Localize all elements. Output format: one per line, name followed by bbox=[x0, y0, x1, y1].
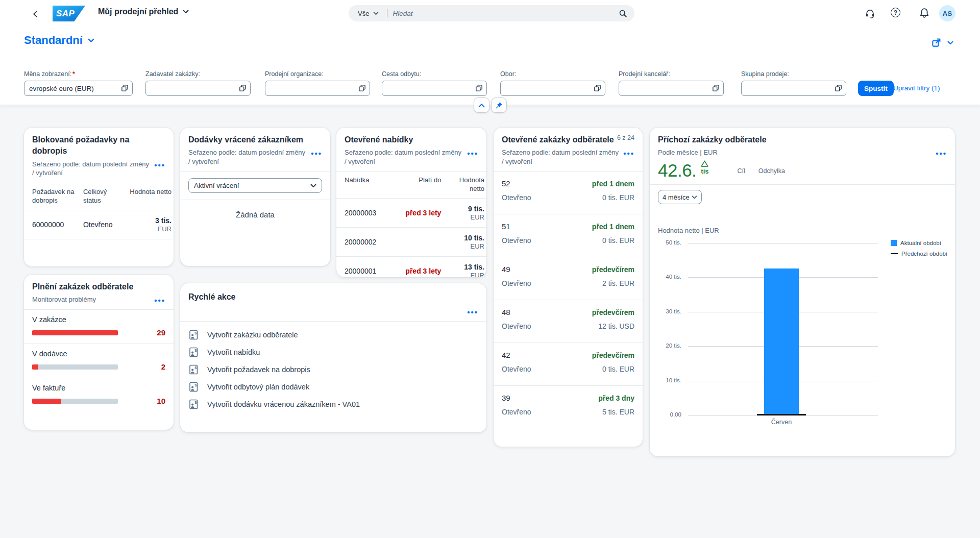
sales-order-icon: $ bbox=[188, 329, 200, 340]
sap-logo[interactable]: SAP bbox=[53, 6, 85, 21]
card-header[interactable]: Blokované požadavky na dobropis Seřazeno… bbox=[24, 128, 174, 183]
table-row[interactable]: 20000001 před 3 lety 13 tis.EUR bbox=[336, 257, 486, 277]
list-item[interactable]: 52před 1 dnem Otevřeno0 tis. EUR bbox=[494, 172, 643, 214]
quick-action-label: Vytvořit požadavek na dobropis bbox=[207, 365, 310, 374]
value-help-icon[interactable] bbox=[712, 84, 720, 92]
list-item[interactable]: V zakázce 29 bbox=[24, 310, 174, 344]
sap-logo-text: SAP bbox=[53, 9, 75, 19]
collapse-header-button[interactable] bbox=[474, 97, 489, 113]
quotation-id: 20000002 bbox=[345, 238, 390, 246]
filter-label: Obor: bbox=[500, 70, 516, 78]
card-title: Plnění zakázek odběratele bbox=[32, 281, 165, 292]
quick-action-label: Vytvořit odbytový plán dodávek bbox=[207, 383, 309, 391]
chevron-down-icon bbox=[88, 38, 94, 43]
notifications-bell-icon[interactable] bbox=[919, 7, 930, 18]
overflow-icon[interactable] bbox=[467, 148, 478, 157]
support-headset-icon[interactable] bbox=[864, 8, 875, 19]
table-row[interactable]: 20000003 před 3 lety 9 tis.EUR bbox=[336, 199, 486, 227]
progress-track bbox=[32, 364, 118, 370]
quick-action-create-sales-order[interactable]: $ Vytvořit zakázku odběratele bbox=[180, 326, 486, 344]
pin-header-button[interactable] bbox=[491, 97, 507, 113]
overflow-icon[interactable] bbox=[154, 295, 165, 304]
legend-label: Aktuální období bbox=[900, 240, 941, 246]
value-help-icon[interactable] bbox=[358, 84, 366, 92]
filter-sales-office-input[interactable] bbox=[619, 81, 724, 96]
list-item[interactable]: 49předevčírem Otevřeno2 tis. EUR bbox=[494, 257, 643, 300]
bar-chart: Hodnota netto | EUR 50 tis. 40 tis. 30 t… bbox=[650, 226, 955, 456]
adapt-filters-link[interactable]: Upravit filtry (1) bbox=[893, 84, 940, 92]
value-help-icon[interactable] bbox=[121, 84, 129, 92]
quotation-value: 10 tis.EUR bbox=[444, 234, 484, 250]
quick-action-create-customer-return[interactable]: $ Vytvořit dodávku vrácenou zákazníkem -… bbox=[180, 396, 486, 413]
fulfillment-count: 2 bbox=[161, 362, 165, 371]
legend-swatch-current bbox=[891, 240, 897, 246]
legend-dash-previous bbox=[891, 253, 898, 255]
filter-division-input[interactable] bbox=[500, 81, 605, 96]
card-header[interactable]: Plnění zakázek odběratele Monitorovat pr… bbox=[24, 275, 174, 309]
list-item[interactable]: 48předevčírem Otevřeno12 tis. USD bbox=[494, 300, 643, 343]
quick-action-create-quotation[interactable]: $ Vytvořit nabídku bbox=[180, 344, 486, 361]
credit-memo-status: Otevřeno bbox=[83, 221, 123, 229]
help-icon[interactable] bbox=[891, 8, 900, 17]
share-icon[interactable] bbox=[932, 38, 941, 47]
filter-sales-organization-input[interactable] bbox=[265, 81, 370, 96]
list-item[interactable]: 42předevčírem Otevřeno0 tis. EUR bbox=[494, 343, 643, 385]
card-customer-returns: Dodávky vrácené zákazníkem Seřazeno podl… bbox=[180, 128, 330, 266]
chevron-down-icon bbox=[310, 184, 316, 188]
back-button[interactable] bbox=[30, 8, 41, 19]
fulfillment-label: V dodávce bbox=[32, 350, 165, 358]
filter-sales-group-input[interactable] bbox=[741, 81, 846, 96]
period-select[interactable]: 4 měsíce bbox=[658, 190, 702, 204]
card-header[interactable]: Dodávky vrácené zákazníkem Seřazeno podl… bbox=[180, 128, 330, 171]
value-help-icon[interactable] bbox=[594, 84, 601, 92]
card-subtitle: Seřazeno podle: datum poslední změny / v… bbox=[32, 160, 154, 178]
overflow-icon[interactable] bbox=[154, 160, 165, 169]
chart-bar-current[interactable] bbox=[764, 268, 799, 415]
avatar-initials: AS bbox=[943, 10, 952, 17]
value-help-icon[interactable] bbox=[239, 84, 247, 92]
chart-plot: 50 tis. 40 tis. 30 tis. 20 tis. 10 tis. … bbox=[688, 243, 878, 415]
card-header[interactable]: Otevřené zakázky odběratele 6 z 24 Seřaz… bbox=[494, 128, 643, 171]
go-button[interactable]: Spustit bbox=[858, 81, 894, 96]
filter-sales-organization: Prodejní organizace: bbox=[265, 70, 370, 96]
table-row[interactable]: 60000000 Otevřeno 3 tis. EUR bbox=[24, 210, 174, 239]
search-input[interactable]: Hledat bbox=[393, 10, 619, 17]
list-item[interactable]: 51před 1 dnem Otevřeno0 tis. EUR bbox=[494, 214, 643, 257]
shell-search[interactable]: Vše Hledat bbox=[349, 5, 634, 21]
returns-filter-select[interactable]: Aktivní vrácení bbox=[188, 178, 322, 193]
filter-sold-to-party-input[interactable] bbox=[145, 81, 251, 96]
search-scope-select[interactable]: Vše bbox=[356, 10, 382, 17]
card-header[interactable]: Otevřené nabídky Seřazeno podle: datum p… bbox=[336, 128, 486, 171]
sales-order-icon: $ bbox=[188, 347, 200, 358]
svg-text:$: $ bbox=[194, 365, 197, 370]
overflow-icon[interactable] bbox=[623, 148, 634, 157]
fulfillment-label: V zakázce bbox=[32, 315, 165, 324]
app-title-menu[interactable]: Můj prodejní přehled bbox=[98, 7, 189, 16]
order-value: 12 tis. USD bbox=[598, 322, 634, 330]
card-header[interactable]: Příchozí zakázky odběratele Podle měsíce… bbox=[650, 128, 955, 184]
value-help-icon[interactable] bbox=[835, 84, 842, 92]
variant-title-menu[interactable]: Standardní bbox=[24, 34, 94, 47]
table-row[interactable]: 20000002 10 tis.EUR bbox=[336, 228, 486, 256]
filter-distribution-channel-input[interactable] bbox=[382, 81, 487, 96]
user-avatar[interactable]: AS bbox=[939, 5, 955, 21]
list-item[interactable]: 39před 3 dny Otevřeno5 tis. EUR bbox=[494, 386, 643, 428]
value-help-icon[interactable] bbox=[475, 84, 483, 92]
overflow-icon[interactable] bbox=[936, 148, 947, 157]
overflow-icon[interactable] bbox=[467, 307, 478, 316]
order-status: Otevřeno bbox=[502, 236, 531, 244]
overflow-icon[interactable] bbox=[311, 148, 322, 157]
search-icon[interactable] bbox=[619, 9, 627, 18]
order-age: před 3 dny bbox=[598, 394, 634, 402]
list-item[interactable]: V dodávce 2 bbox=[24, 344, 174, 378]
chevron-down-icon bbox=[373, 12, 379, 15]
quick-action-create-credit-memo-request[interactable]: $ Vytvořit požadavek na dobropis bbox=[180, 361, 486, 378]
quick-action-create-scheduling-agreement[interactable]: $ Vytvořit odbytový plán dodávek bbox=[180, 378, 486, 396]
filter-display-currency-input[interactable] bbox=[24, 81, 133, 96]
chevron-down-icon[interactable] bbox=[947, 41, 953, 45]
svg-text:$: $ bbox=[194, 400, 197, 405]
chart-legend: Aktuální období Předchozí období bbox=[891, 240, 947, 261]
chevron-left-icon bbox=[32, 10, 39, 18]
card-open-sales-orders: Otevřené zakázky odběratele 6 z 24 Seřaz… bbox=[494, 128, 643, 447]
list-item[interactable]: Ve faktuře 10 bbox=[24, 378, 174, 412]
